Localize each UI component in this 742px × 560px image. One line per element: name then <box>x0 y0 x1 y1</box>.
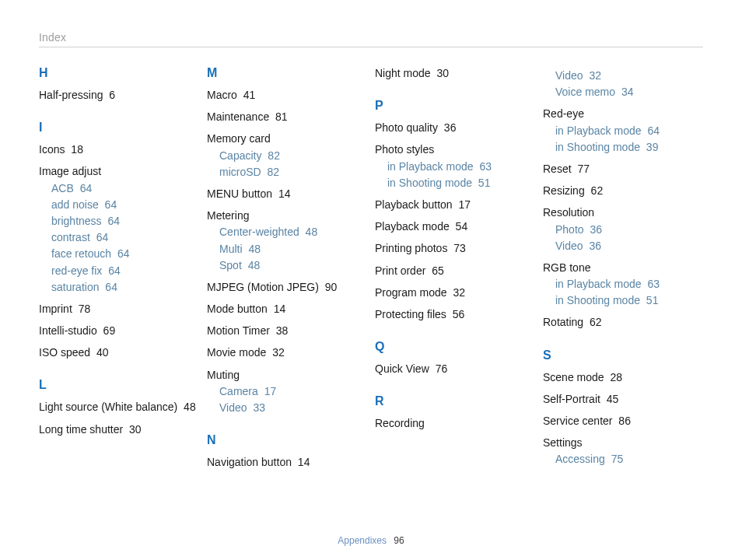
index-entry[interactable]: Movie mode 32 <box>207 345 367 359</box>
index-entry-page: 14 <box>275 187 290 200</box>
index-subentry[interactable]: Spot 48 <box>219 258 367 272</box>
index-entry[interactable]: MJPEG (Motion JPEG) 90 <box>207 280 367 294</box>
index-entry-page: 28 <box>607 371 622 383</box>
index-subentry-page: 17 <box>261 385 276 397</box>
index-entry[interactable]: Service center 86 <box>543 414 703 428</box>
index-entry[interactable]: Photo quality 36 <box>375 121 535 135</box>
index-entry[interactable]: Long time shutter 30 <box>39 422 199 436</box>
index-section: Video 32Voice memo 34Red-eyein Playback … <box>543 68 703 330</box>
index-subentry-label: in Shooting mode <box>387 177 472 189</box>
index-subentry[interactable]: contrast 64 <box>51 230 199 244</box>
index-subentry[interactable]: saturation 64 <box>51 280 199 294</box>
index-subentry[interactable]: ACB 64 <box>51 181 199 195</box>
index-entry-label: Printing photos <box>375 242 447 254</box>
index-section: IIcons 18Image adjustACB 64add noise 64b… <box>39 121 199 359</box>
index-subentry-label: microSD <box>219 166 261 178</box>
index-entry[interactable]: Reset 77 <box>543 162 703 176</box>
index-entry[interactable]: Resizing 62 <box>543 184 703 198</box>
index-entry-label: Red-eye <box>543 107 584 120</box>
index-section: PPhoto quality 36Photo stylesin Playback… <box>375 99 535 321</box>
index-entry[interactable]: Light source (White balance) 48 <box>39 400 199 414</box>
index-entry[interactable]: Playback mode 54 <box>375 219 535 233</box>
index-entry-label: Settings <box>543 436 583 449</box>
index-entry[interactable]: Rotating 62 <box>543 315 703 329</box>
index-entry[interactable]: Image adjustACB 64add noise 64brightness… <box>39 164 199 294</box>
index-subentry-page: 64 <box>114 247 129 260</box>
index-entry[interactable]: Memory cardCapacity 82microSD 82 <box>207 131 367 179</box>
index-subentry-page: 51 <box>475 177 490 189</box>
index-entries: Recording <box>375 416 535 430</box>
index-entry[interactable]: Protecting files 56 <box>375 307 535 321</box>
index-entry[interactable]: Photo stylesin Playback mode 63in Shooti… <box>375 142 535 190</box>
index-entry-page: 62 <box>586 316 601 328</box>
index-subentry-page: 39 <box>643 141 658 153</box>
index-entry[interactable]: Half-pressing 6 <box>39 88 199 102</box>
index-entry-label: Maintenance <box>207 110 269 123</box>
index-entry[interactable]: MeteringCenter-weighted 48Multi 48Spot 4… <box>207 208 367 272</box>
index-entry[interactable]: Video 32Voice memo 34 <box>543 68 703 99</box>
index-subentry[interactable]: in Shooting mode 39 <box>555 140 703 154</box>
index-entry[interactable]: Self-Portrait 45 <box>543 392 703 406</box>
index-entry[interactable]: Recording <box>375 416 535 430</box>
index-entry[interactable]: Mode button 14 <box>207 302 367 316</box>
index-subentry[interactable]: Video 36 <box>555 239 703 253</box>
index-entry[interactable]: Motion Timer 38 <box>207 324 367 338</box>
index-entry[interactable]: RGB tonein Playback mode 63in Shooting m… <box>543 261 703 308</box>
index-subentry[interactable]: in Playback mode 63 <box>555 277 703 291</box>
index-subentry[interactable]: Center-weighted 48 <box>219 225 367 239</box>
index-entry[interactable]: SettingsAccessing 75 <box>543 436 703 466</box>
index-entry-label: Resolution <box>543 206 594 219</box>
index-entry[interactable]: Maintenance 81 <box>207 110 367 124</box>
index-subentry-page: 82 <box>264 149 279 162</box>
index-entry[interactable]: MENU button 14 <box>207 187 367 201</box>
index-entry-label: Service center <box>543 415 612 427</box>
index-entry[interactable]: Scene mode 28 <box>543 370 703 384</box>
index-entry-label: Intelli-studio <box>39 324 97 337</box>
index-subentry[interactable]: face retouch 64 <box>51 247 199 261</box>
index-entry-page: 81 <box>272 110 287 123</box>
index-subentry[interactable]: in Shooting mode 51 <box>387 176 535 190</box>
index-entry[interactable]: ISO speed 40 <box>39 345 199 359</box>
index-subentry[interactable]: Video 32 <box>555 68 703 82</box>
index-entry[interactable]: ResolutionPhoto 36Video 36 <box>543 205 703 253</box>
index-entry[interactable]: Red-eyein Playback mode 64in Shooting mo… <box>543 107 703 154</box>
index-entry-label: Program mode <box>375 286 447 299</box>
index-entry-label: Light source (White balance) <box>39 401 177 413</box>
index-subentry[interactable]: Capacity 82 <box>219 149 367 163</box>
index-entry-page: 14 <box>271 303 285 315</box>
index-subentry-page: 63 <box>645 278 660 290</box>
index-subentry-page: 64 <box>102 198 117 211</box>
index-subentry-page: 64 <box>77 182 92 194</box>
index-entry[interactable]: Printing photos 73 <box>375 241 535 255</box>
index-subentry[interactable]: in Shooting mode 51 <box>555 293 703 307</box>
index-subentry[interactable]: Voice memo 34 <box>555 85 703 99</box>
index-entry[interactable]: Imprint 78 <box>39 302 199 316</box>
index-entry[interactable]: Quick View 76 <box>375 362 535 376</box>
index-entry[interactable]: Intelli-studio 69 <box>39 324 199 338</box>
index-subentry-page: 64 <box>105 264 120 277</box>
index-entry-page: 62 <box>588 184 603 197</box>
index-subentry[interactable]: Video 33 <box>219 401 367 415</box>
index-entry[interactable]: MutingCamera 17Video 33 <box>207 368 367 415</box>
index-subentry[interactable]: Accessing 75 <box>555 452 703 466</box>
index-entry[interactable]: Night mode 30 <box>375 66 535 80</box>
index-entry[interactable]: Program mode 32 <box>375 285 535 299</box>
index-entry[interactable]: Navigation button 14 <box>207 455 367 469</box>
index-subentry[interactable]: in Playback mode 63 <box>387 159 535 173</box>
index-subentry[interactable]: brightness 64 <box>51 214 199 228</box>
index-subentry[interactable]: in Playback mode 64 <box>555 124 703 138</box>
index-subentry-label: Multi <box>219 243 243 255</box>
index-entry-page: 90 <box>322 281 337 293</box>
index-entry[interactable]: Playback button 17 <box>375 198 535 212</box>
index-subentry[interactable]: add noise 64 <box>51 198 199 212</box>
index-subentry[interactable]: Camera 17 <box>219 384 367 398</box>
index-letter-heading: I <box>39 121 199 135</box>
index-subentry[interactable]: microSD 82 <box>219 165 367 179</box>
index-entry[interactable]: Macro 41 <box>207 88 367 102</box>
index-entry[interactable]: Icons 18 <box>39 142 199 156</box>
index-column: Video 32Voice memo 34Red-eyein Playback … <box>543 66 703 477</box>
index-subentry[interactable]: Multi 48 <box>219 242 367 256</box>
index-entry[interactable]: Print order 65 <box>375 264 535 278</box>
index-subentry[interactable]: Photo 36 <box>555 222 703 236</box>
index-subentry[interactable]: red-eye fix 64 <box>51 264 199 278</box>
